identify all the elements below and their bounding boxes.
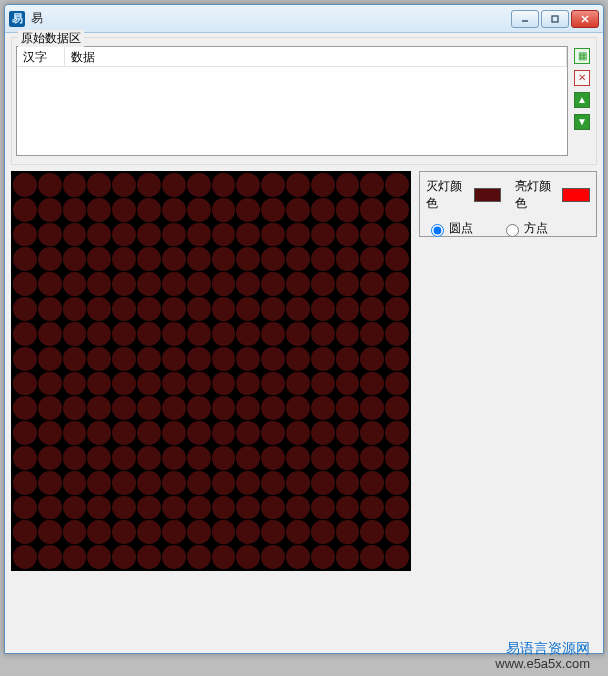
led-cell[interactable] <box>212 446 236 470</box>
led-cell[interactable] <box>137 396 161 420</box>
led-cell[interactable] <box>187 173 211 197</box>
led-cell[interactable] <box>13 496 37 520</box>
led-cell[interactable] <box>13 545 37 569</box>
led-cell[interactable] <box>336 173 360 197</box>
led-cell[interactable] <box>385 322 409 346</box>
led-cell[interactable] <box>336 322 360 346</box>
led-cell[interactable] <box>13 173 37 197</box>
led-cell[interactable] <box>311 223 335 247</box>
led-cell[interactable] <box>212 198 236 222</box>
led-cell[interactable] <box>137 297 161 321</box>
led-cell[interactable] <box>63 198 87 222</box>
led-cell[interactable] <box>311 297 335 321</box>
led-cell[interactable] <box>336 223 360 247</box>
led-cell[interactable] <box>261 173 285 197</box>
led-cell[interactable] <box>261 421 285 445</box>
led-cell[interactable] <box>360 446 384 470</box>
led-cell[interactable] <box>311 272 335 296</box>
led-cell[interactable] <box>63 173 87 197</box>
led-cell[interactable] <box>112 297 136 321</box>
led-cell[interactable] <box>336 421 360 445</box>
led-cell[interactable] <box>137 322 161 346</box>
led-cell[interactable] <box>112 496 136 520</box>
led-cell[interactable] <box>360 272 384 296</box>
add-row-button[interactable]: ▦ <box>574 48 590 64</box>
led-cell[interactable] <box>63 297 87 321</box>
led-cell[interactable] <box>187 471 211 495</box>
led-cell[interactable] <box>63 372 87 396</box>
led-cell[interactable] <box>360 496 384 520</box>
led-cell[interactable] <box>87 446 111 470</box>
led-cell[interactable] <box>87 247 111 271</box>
led-cell[interactable] <box>137 247 161 271</box>
led-cell[interactable] <box>286 173 310 197</box>
led-cell[interactable] <box>311 347 335 371</box>
led-cell[interactable] <box>63 272 87 296</box>
col-hanzi[interactable]: 汉字 <box>17 47 65 66</box>
led-cell[interactable] <box>311 421 335 445</box>
led-cell[interactable] <box>336 545 360 569</box>
led-cell[interactable] <box>137 471 161 495</box>
led-cell[interactable] <box>212 545 236 569</box>
led-cell[interactable] <box>286 545 310 569</box>
led-cell[interactable] <box>360 173 384 197</box>
led-cell[interactable] <box>261 198 285 222</box>
led-cell[interactable] <box>212 322 236 346</box>
led-cell[interactable] <box>13 272 37 296</box>
led-cell[interactable] <box>286 198 310 222</box>
led-cell[interactable] <box>187 446 211 470</box>
led-cell[interactable] <box>112 372 136 396</box>
led-cell[interactable] <box>236 471 260 495</box>
led-cell[interactable] <box>162 520 186 544</box>
on-color-swatch[interactable] <box>562 188 590 202</box>
led-cell[interactable] <box>63 421 87 445</box>
led-cell[interactable] <box>162 545 186 569</box>
led-cell[interactable] <box>236 247 260 271</box>
led-cell[interactable] <box>112 198 136 222</box>
led-cell[interactable] <box>13 421 37 445</box>
led-cell[interactable] <box>286 272 310 296</box>
led-cell[interactable] <box>137 347 161 371</box>
led-cell[interactable] <box>360 297 384 321</box>
led-cell[interactable] <box>236 322 260 346</box>
led-cell[interactable] <box>87 173 111 197</box>
led-cell[interactable] <box>112 223 136 247</box>
led-cell[interactable] <box>261 471 285 495</box>
led-cell[interactable] <box>137 223 161 247</box>
col-data[interactable]: 数据 <box>65 47 567 66</box>
delete-row-button[interactable]: ✕ <box>574 70 590 86</box>
led-cell[interactable] <box>13 198 37 222</box>
led-cell[interactable] <box>137 372 161 396</box>
led-cell[interactable] <box>236 297 260 321</box>
led-cell[interactable] <box>63 247 87 271</box>
led-cell[interactable] <box>261 322 285 346</box>
led-cell[interactable] <box>87 471 111 495</box>
led-cell[interactable] <box>311 496 335 520</box>
led-cell[interactable] <box>360 322 384 346</box>
led-cell[interactable] <box>38 223 62 247</box>
led-cell[interactable] <box>63 396 87 420</box>
led-cell[interactable] <box>236 198 260 222</box>
led-cell[interactable] <box>286 247 310 271</box>
led-cell[interactable] <box>385 223 409 247</box>
led-cell[interactable] <box>336 520 360 544</box>
led-cell[interactable] <box>38 545 62 569</box>
off-color-swatch[interactable] <box>474 188 502 202</box>
led-cell[interactable] <box>286 471 310 495</box>
led-cell[interactable] <box>385 198 409 222</box>
led-cell[interactable] <box>162 421 186 445</box>
led-cell[interactable] <box>261 272 285 296</box>
led-cell[interactable] <box>360 421 384 445</box>
led-cell[interactable] <box>87 421 111 445</box>
led-cell[interactable] <box>137 198 161 222</box>
led-cell[interactable] <box>236 421 260 445</box>
led-cell[interactable] <box>311 520 335 544</box>
led-cell[interactable] <box>286 496 310 520</box>
led-cell[interactable] <box>286 347 310 371</box>
led-cell[interactable] <box>137 421 161 445</box>
led-cell[interactable] <box>63 471 87 495</box>
led-cell[interactable] <box>212 421 236 445</box>
led-cell[interactable] <box>311 173 335 197</box>
led-cell[interactable] <box>162 247 186 271</box>
led-cell[interactable] <box>13 372 37 396</box>
